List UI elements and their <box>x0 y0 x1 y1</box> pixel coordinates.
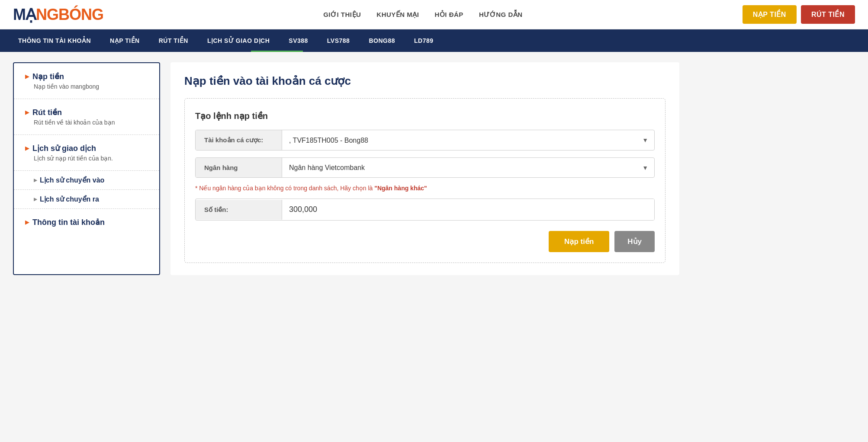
nb-ruttien[interactable]: RÚT TIỀN <box>149 29 198 52</box>
sidebar-item-thongtin[interactable]: Thông tin tài khoản <box>14 209 159 236</box>
sidebar-item-lichsu[interactable]: Lịch sử giao dịch Lịch sử nạp rút tiền c… <box>14 135 159 171</box>
sidebar-item-chuyenvao[interactable]: Lịch sử chuyển vào <box>14 171 159 190</box>
nb-thongtin[interactable]: THÔNG TIN TÀI KHOẢN <box>9 29 100 52</box>
sidebar-naptien-title: Nạp tiền <box>25 72 148 81</box>
amount-input[interactable] <box>282 199 654 220</box>
form-section-title: Tạo lệnh nạp tiền <box>195 111 655 121</box>
account-select[interactable]: , TVF185TH005 - Bong88 <box>282 131 376 150</box>
page-title: Nạp tiền vào tài khoản cá cược <box>184 74 665 88</box>
header: MẠNGBÓNG GIỚI THIỆU KHUYẾN MẠI HỎI ĐÁP H… <box>0 0 868 29</box>
account-row: Tài khoản cá cược: , TVF185TH005 - Bong8… <box>195 130 655 151</box>
sidebar-item-naptien[interactable]: Nạp tiền Nạp tiền vào mangbong <box>14 63 159 99</box>
sidebar-naptien-desc: Nạp tiền vào mangbong <box>25 83 148 90</box>
account-label: Tài khoản cá cược: <box>196 130 282 150</box>
header-nap-tien-button[interactable]: NẠP TIỀN <box>743 5 797 24</box>
main-content: Nạp tiền Nạp tiền vào mangbong Rút tiền … <box>0 52 692 285</box>
navbar: THÔNG TIN TÀI KHOẢN NẠP TIỀN RÚT TIỀN LỊ… <box>0 29 868 52</box>
sidebar-item-chuyenra[interactable]: Lịch sử chuyển ra <box>14 190 159 209</box>
logo-bong: BÓNG <box>58 6 103 23</box>
nav-gioi-thieu[interactable]: GIỚI THIỆU <box>323 11 361 19</box>
bank-warning: * Nếu ngân hàng của bạn không có trong d… <box>195 185 655 192</box>
sidebar-lichsu-title: Lịch sử giao dịch <box>25 144 148 153</box>
nav-huong-dan[interactable]: HƯỚNG DẪN <box>479 11 523 19</box>
header-buttons: NẠP TIỀN RÚT TIỀN <box>743 5 855 24</box>
bank-row: Ngân hàng Ngân hàng Vietcombank Ngân hàn… <box>195 157 655 178</box>
account-select-row: Tài khoản cá cược: , TVF185TH005 - Bong8… <box>195 130 655 151</box>
nav-hoi-dap[interactable]: HỎI ĐÁP <box>435 11 463 19</box>
sidebar-lichsu-desc: Lịch sử nạp rút tiền của bạn. <box>25 155 148 162</box>
form-container: Tạo lệnh nạp tiền Tài khoản cá cược: , T… <box>184 98 665 263</box>
logo-mang: MẠNG <box>13 6 58 23</box>
nb-ld789[interactable]: LD789 <box>405 29 443 52</box>
nb-lichsu[interactable]: LỊCH SỬ GIAO DỊCH <box>198 29 279 52</box>
amount-row: Số tiền: <box>195 199 655 221</box>
nav-khuyen-mai[interactable]: KHUYẾN MẠI <box>376 11 419 19</box>
content-area: Nạp tiền vào tài khoản cá cược Tạo lệnh … <box>170 62 679 275</box>
amount-input-row: Số tiền: <box>195 199 655 221</box>
sidebar-chuyenra-label: Lịch sử chuyển ra <box>34 195 148 203</box>
sidebar-ruttien-desc: Rút tiền về tài khoản của bạn <box>25 119 148 126</box>
sidebar-chuyenvao-label: Lịch sử chuyển vào <box>34 176 148 184</box>
cancel-button[interactable]: Hủy <box>614 231 655 252</box>
nav-active-indicator <box>251 51 303 52</box>
sidebar-item-ruttien[interactable]: Rút tiền Rút tiền về tài khoản của bạn <box>14 99 159 135</box>
account-chevron-icon: ▼ <box>642 137 648 144</box>
nb-sv388[interactable]: SV388 <box>279 29 318 52</box>
nb-naptien[interactable]: NẠP TIỀN <box>100 29 149 52</box>
bank-label: Ngân hàng <box>196 158 282 177</box>
logo: MẠNGBÓNG <box>13 6 103 24</box>
header-rut-tien-button[interactable]: RÚT TIỀN <box>801 5 855 24</box>
submit-button[interactable]: Nạp tiền <box>549 231 609 252</box>
form-actions: Nạp tiền Hủy <box>195 231 655 252</box>
bank-select[interactable]: Ngân hàng Vietcombank Ngân hàng Vietinba… <box>282 158 375 177</box>
header-nav: GIỚI THIỆU KHUYẾN MẠI HỎI ĐÁP HƯỚNG DẪN <box>323 11 522 19</box>
sidebar: Nạp tiền Nạp tiền vào mangbong Rút tiền … <box>13 62 160 275</box>
nb-lvs788[interactable]: LVS788 <box>318 29 360 52</box>
bank-select-wrapper: Ngân hàng Vietcombank Ngân hàng Vietinba… <box>282 158 654 177</box>
bank-warning-highlight: "Ngân hàng khác" <box>374 185 427 192</box>
bank-chevron-icon: ▼ <box>642 164 648 171</box>
sidebar-thongtin-title: Thông tin tài khoản <box>25 218 148 227</box>
sidebar-ruttien-title: Rút tiền <box>25 108 148 117</box>
bank-select-row: Ngân hàng Ngân hàng Vietcombank Ngân hàn… <box>195 157 655 178</box>
nb-bong88[interactable]: BONG88 <box>359 29 405 52</box>
amount-label: Số tiền: <box>196 200 282 220</box>
account-select-wrapper: , TVF185TH005 - Bong88 ▼ <box>282 131 654 150</box>
